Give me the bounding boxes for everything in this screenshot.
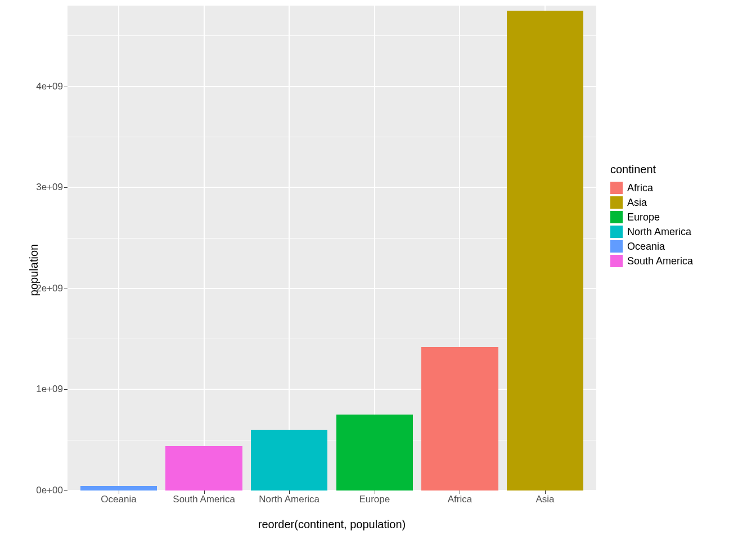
legend-item: Africa <box>610 182 693 194</box>
x-axis-label: reorder(continent, population) <box>68 518 596 531</box>
x-ticks: OceaniaSouth AmericaNorth AmericaEuropeA… <box>68 490 596 513</box>
xtick-label: Europe <box>359 494 390 505</box>
bar <box>507 11 583 490</box>
legend: continent AfricaAsiaEuropeNorth AmericaO… <box>610 163 693 269</box>
ytick-label: 3e+09 <box>36 182 63 193</box>
legend-key <box>610 240 623 253</box>
plot-panel <box>68 6 596 490</box>
legend-label: Asia <box>627 197 647 209</box>
ytick-mark <box>64 187 68 188</box>
legend-item: Oceania <box>610 240 693 253</box>
legend-item: South America <box>610 255 693 267</box>
chart-container: population 0e+001e+092e+093e+094e+09 Oce… <box>0 0 756 540</box>
xtick-label: North America <box>259 494 320 505</box>
bar <box>80 486 157 490</box>
legend-key <box>610 255 623 267</box>
legend-key <box>610 211 623 223</box>
ytick-label: 1e+09 <box>36 384 63 395</box>
ytick-label: 4e+09 <box>36 81 63 92</box>
xtick-label: Asia <box>536 494 554 505</box>
legend-title: continent <box>610 163 693 176</box>
gridline-v <box>289 6 290 490</box>
legend-item: North America <box>610 226 693 238</box>
bar <box>251 430 327 490</box>
bar <box>421 347 498 490</box>
legend-label: Africa <box>627 182 653 194</box>
legend-key <box>610 196 623 209</box>
gridline-v <box>204 6 205 490</box>
legend-label: South America <box>627 255 693 267</box>
ytick-label: 2e+09 <box>36 283 63 294</box>
xtick-label: Africa <box>448 494 472 505</box>
legend-label: North America <box>627 226 691 238</box>
xtick-label: South America <box>173 494 235 505</box>
gridline-v <box>118 6 119 490</box>
legend-label: Europe <box>627 212 660 223</box>
plot-area <box>68 6 596 490</box>
legend-item: Asia <box>610 196 693 209</box>
ytick-mark <box>64 289 68 289</box>
legend-key <box>610 182 623 194</box>
legend-key <box>610 226 623 238</box>
ytick-label: 0e+00 <box>36 485 63 496</box>
legend-item: Europe <box>610 211 693 223</box>
bar <box>336 415 413 490</box>
ytick-mark <box>64 87 68 87</box>
bar <box>165 446 242 490</box>
legend-label: Oceania <box>627 241 665 253</box>
ytick-mark <box>64 389 68 390</box>
xtick-label: Oceania <box>101 494 136 505</box>
